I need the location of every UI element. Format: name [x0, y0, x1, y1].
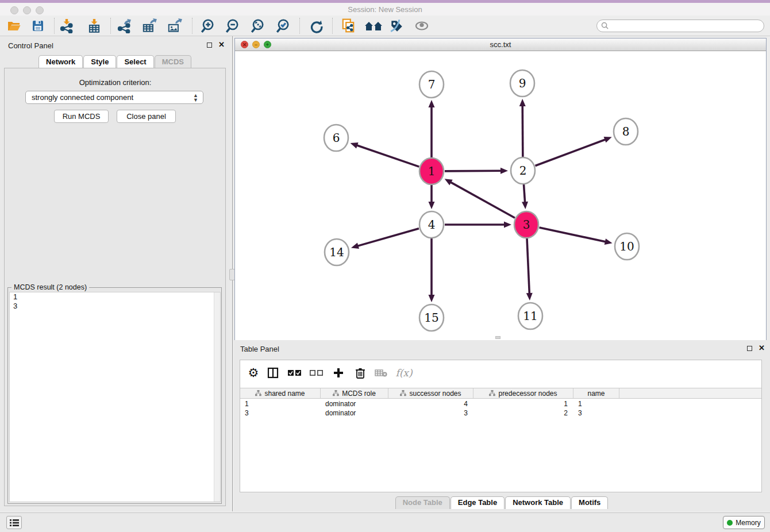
mcds-result-list[interactable]: 13 — [9, 292, 221, 502]
home-networks-button[interactable] — [363, 18, 384, 34]
graph-node-9[interactable]: 9 — [510, 70, 534, 97]
column-header-label: shared name — [264, 390, 305, 398]
control-panel-tabs: NetworkStyleSelectMCDS — [0, 55, 230, 68]
delete-table-button[interactable] — [374, 365, 388, 380]
column-header-shared-name[interactable]: shared name — [240, 388, 321, 398]
zoom-selected-button[interactable] — [275, 18, 291, 34]
tab-edge-table[interactable]: Edge Table — [451, 496, 505, 509]
node-label: 3 — [523, 218, 530, 232]
checked-boxes-icon — [288, 369, 302, 376]
node-label: 1 — [428, 164, 436, 178]
memory-status-icon — [727, 520, 733, 526]
zoom-out-icon — [225, 18, 240, 33]
column-header-predecessor-nodes[interactable]: predecessor nodes — [473, 388, 573, 398]
tab-style[interactable]: Style — [83, 55, 116, 68]
network-graph[interactable]: 7968124314101511 — [235, 51, 766, 340]
arrowhead-icon — [504, 222, 511, 228]
float-table-panel-icon[interactable] — [747, 346, 752, 351]
network-from-selection-button[interactable] — [340, 18, 356, 34]
edge-3-10[interactable] — [539, 228, 606, 242]
save-session-button[interactable] — [30, 18, 46, 34]
zoom-in-button[interactable] — [199, 18, 215, 34]
function-builder-button[interactable]: f(x) — [394, 365, 414, 380]
table-row[interactable]: 3dominator323 — [240, 408, 761, 418]
graph-node-6[interactable]: 6 — [324, 125, 348, 151]
edge-4-14[interactable] — [357, 229, 419, 246]
export-network-button[interactable] — [116, 18, 132, 34]
table-row[interactable]: 1dominator411 — [240, 399, 761, 408]
export-image-button[interactable] — [167, 18, 183, 34]
import-table-button[interactable] — [86, 18, 102, 34]
criterion-value: strongly connected component — [32, 93, 133, 102]
close-panel-icon[interactable]: ✕ — [218, 40, 225, 49]
mcds-result-item[interactable]: 3 — [10, 302, 220, 311]
graph-node-2[interactable]: 2 — [511, 157, 535, 184]
network-window-titlebar[interactable]: ✕ − + scc.txt — [235, 38, 766, 51]
column-header-label: name — [587, 390, 605, 398]
delete-column-button[interactable] — [353, 365, 368, 380]
column-layout-button[interactable] — [265, 365, 280, 380]
toggle-graphics-details-button[interactable] — [388, 18, 405, 34]
close-table-panel-icon[interactable]: ✕ — [759, 344, 765, 352]
settings-gear-button[interactable]: ⚙ — [246, 365, 261, 380]
graph-node-3[interactable]: 3 — [514, 211, 538, 238]
edge-1-6[interactable] — [356, 145, 419, 167]
add-column-button[interactable] — [331, 365, 346, 380]
tab-motifs[interactable]: Motifs — [571, 496, 608, 509]
zoom-fit-button[interactable] — [249, 18, 265, 34]
graph-node-14[interactable]: 14 — [325, 239, 349, 265]
search-input[interactable] — [596, 20, 764, 32]
close-panel-button[interactable]: Close panel — [117, 110, 176, 123]
column-header-name[interactable]: name — [573, 388, 619, 398]
apply-layout-button[interactable] — [308, 18, 324, 34]
graph-node-4[interactable]: 4 — [419, 211, 444, 238]
tab-network[interactable]: Network — [38, 55, 83, 68]
column-header-MCDS-role[interactable]: MCDS role — [321, 388, 388, 398]
graph-node-10[interactable]: 10 — [615, 233, 639, 260]
network-splitter-handle[interactable] — [495, 336, 500, 339]
table-header-row[interactable]: shared nameMCDS rolesuccessor nodesprede… — [240, 388, 761, 399]
result-scrollbar[interactable] — [214, 292, 220, 502]
column-header-successor-nodes[interactable]: successor nodes — [388, 388, 473, 398]
arrowhead-icon — [429, 295, 435, 302]
network-canvas[interactable]: 7968124314101511 — [235, 51, 766, 340]
table-cell: 3 — [240, 408, 321, 418]
graph-node-15[interactable]: 15 — [419, 304, 444, 331]
edge-3-11[interactable] — [527, 238, 529, 294]
zoom-fit-icon — [250, 18, 265, 33]
network-view-window: ✕ − + scc.txt 7968124314101511 — [234, 38, 767, 340]
edge-2-3[interactable] — [523, 184, 525, 203]
refresh-layout-icon — [309, 18, 324, 33]
memory-button[interactable]: Memory — [723, 516, 765, 529]
open-folder-icon — [6, 19, 21, 33]
import-network-button[interactable] — [59, 18, 75, 34]
open-session-button[interactable] — [6, 18, 22, 34]
table-cell: 1 — [573, 399, 619, 408]
tab-select[interactable]: Select — [117, 55, 153, 68]
tab-mcds[interactable]: MCDS — [155, 55, 191, 68]
eye-toggle-button[interactable] — [414, 18, 430, 34]
tab-node-table[interactable]: Node Table — [395, 496, 450, 509]
edge-2-8[interactable] — [536, 139, 606, 165]
edge-2-9[interactable] — [522, 105, 523, 157]
mcds-result-item[interactable]: 1 — [10, 292, 220, 302]
graph-node-8[interactable]: 8 — [614, 118, 638, 145]
tab-network-table[interactable]: Network Table — [505, 496, 571, 509]
toolbar-divider — [332, 18, 333, 34]
edge-3-1[interactable] — [450, 182, 515, 218]
edge-1-2[interactable] — [445, 171, 502, 171]
criterion-dropdown[interactable]: strongly connected component ▲▼ — [25, 91, 203, 104]
plus-icon — [333, 367, 344, 379]
column-type-icon — [400, 390, 406, 396]
run-mcds-button[interactable]: Run MCDS — [54, 110, 109, 123]
task-history-button[interactable] — [6, 516, 22, 529]
graph-node-7[interactable]: 7 — [419, 71, 444, 98]
zoom-out-button[interactable] — [224, 18, 240, 34]
deselect-all-checkboxes-button[interactable] — [309, 365, 324, 380]
graph-node-1[interactable]: 1 — [419, 158, 444, 184]
delete-table-icon — [375, 368, 387, 377]
export-table-button[interactable] — [141, 18, 157, 34]
graph-node-11[interactable]: 11 — [518, 303, 542, 329]
select-all-checkboxes-button[interactable] — [287, 365, 302, 380]
float-panel-icon[interactable] — [207, 43, 212, 48]
